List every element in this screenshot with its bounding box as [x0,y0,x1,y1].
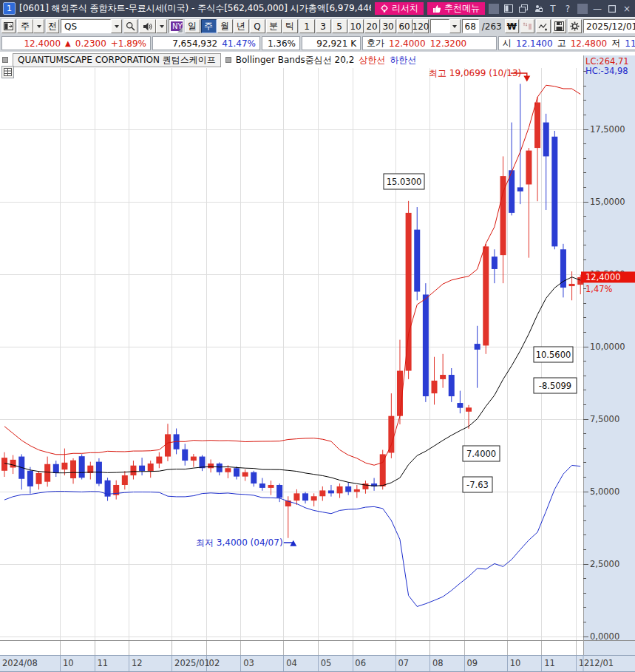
x-tick-label: 10 [510,658,521,668]
symbol-name-box[interactable]: NY 퀀텀스케이프 [169,19,183,33]
minute-button-5[interactable]: 5 [332,19,347,33]
candle [130,466,136,475]
candle [182,449,188,461]
candle-count-input[interactable]: 68 [462,19,479,33]
chart-settings-button[interactable] [568,19,582,33]
minute-button-group: 13510203060120 [299,19,429,33]
period-button-Q[interactable]: Q [250,19,265,33]
research-bulb-icon [380,4,389,13]
period-button-월[interactable]: 월 [217,19,233,33]
close-icon[interactable]: × [622,4,632,14]
candle [337,486,343,493]
gear-icon [570,21,580,31]
save-chart-button[interactable] [552,19,566,33]
chart-toolbar: 주 전 QS NY 퀀텀스케이프 일주월년Q분틱 13510203060120 [0,17,635,35]
candle [276,485,282,498]
period-button-분[interactable]: 분 [266,19,282,33]
period-type-dropdown[interactable] [33,19,44,33]
price-label-text: 15.0300 [387,177,422,187]
sound-dropdown[interactable] [156,19,167,33]
quote-bar: 12.4000 ▲ 0.2300 +1.89% 7,654,932 41.47%… [0,35,635,52]
candle [466,407,472,411]
x-tick-label: 2024/08 [2,658,38,668]
period-button-일[interactable]: 일 [185,19,200,33]
candle [475,344,481,350]
y-tick-label: 2,5000 [590,559,619,569]
screen-lock-icon[interactable] [533,4,543,14]
y-tick-label: 10,0000 [590,342,625,352]
minute-button-30[interactable]: 30 [381,19,396,33]
candle [406,213,412,371]
price-change: 0.2300 [75,38,106,49]
indicator-label[interactable]: Bollinger Bands중심선 20,2 [236,54,355,67]
compare-chart-button[interactable] [520,19,534,33]
y-tick-label: 15,0000 [590,197,625,207]
extra-interval-dropdown[interactable] [449,19,461,33]
data-grid-button[interactable] [1,66,14,78]
cascade-windows-icon[interactable] [518,4,529,14]
ratio-value: 1.36% [268,38,296,49]
split-window-icon[interactable] [503,4,514,14]
candle [36,473,42,484]
tree-bullet-icon [2,57,8,63]
minute-button-1[interactable]: 1 [299,19,315,33]
current-price: 12.4000 [24,38,61,49]
x-tick-label: 11 [544,658,555,668]
high-label: 고 [557,37,566,50]
recommend-label: 추천메뉴 [444,2,480,15]
up-arrow-icon: ▲ [65,39,71,47]
symbol-combo: QS [61,19,122,33]
recommend-menu-button[interactable]: 추천메뉴 [427,2,485,15]
text-tool-icon[interactable]: T [548,4,558,14]
period-button-년[interactable]: 년 [234,19,249,33]
symbol-dropdown[interactable] [111,19,122,33]
symbol-search-button[interactable] [123,19,137,33]
candle [345,486,351,492]
maximize-icon[interactable] [607,4,617,14]
resize-grip[interactable] [177,27,183,33]
period-button-주[interactable]: 주 [201,19,217,33]
chevron-down-icon [160,25,164,28]
chart-style-button[interactable]: ₩ [505,19,519,33]
candle [483,246,489,345]
period-type-value: 주 [17,19,33,33]
x-tick-label: 08 [432,658,444,668]
minute-button-10[interactable]: 10 [348,19,364,33]
minimize-icon[interactable]: — [592,4,602,14]
high-price: 12.4800 [571,38,608,49]
previous-symbol-button[interactable]: 전 [46,19,59,33]
sound-button[interactable] [139,19,156,33]
y-tick-label: 5,0000 [590,486,619,497]
draw-trendline-button[interactable] [536,19,551,33]
minute-button-3[interactable]: 3 [316,19,331,33]
volume-field: 7,654,932 41.47% [152,36,260,50]
research-button[interactable]: 리서치 [375,2,424,15]
symbol-input[interactable]: QS [61,19,111,33]
minute-button-120[interactable]: 120 [413,19,429,33]
chart-symbol-tab[interactable]: QUANTUMSCAPE CORPORATION 퀀텀스케이프 [13,53,221,67]
minute-button-60[interactable]: 60 [397,19,412,33]
x-axis-label-strip [0,655,635,671]
candle [44,464,50,482]
lower-band-legend: 하한선 [390,54,416,67]
low-annotation: 최저 3,4000 (04/07) [196,537,283,548]
chart-date-input[interactable]: 2025/12/01 [583,19,635,33]
lc-value: LC:264,71 [585,56,629,67]
candle [96,462,102,484]
y-tick-label: 17,5000 [590,124,625,135]
chevron-down-icon [452,25,457,28]
minute-button-20[interactable]: 20 [364,19,380,33]
extra-interval-combo [430,19,461,33]
dock-panel-button[interactable] [1,19,16,33]
period-button-틱[interactable]: 틱 [282,19,298,33]
candle [492,257,498,269]
extra-interval-value [430,19,449,33]
dock-panel-icon [4,22,13,30]
period-type-combo[interactable]: 주 [17,19,44,33]
y-tick-label: 0,0000 [590,631,619,642]
current-price-badge-text: 12,4000 [585,272,621,282]
x-tick-label: 06 [355,658,366,668]
turnover-pct: 41.47% [222,38,256,49]
chart-canvas[interactable]: 0,00002,50005,00007,500010,000012,500015… [0,52,635,672]
help-icon[interactable]: ? [563,4,573,14]
